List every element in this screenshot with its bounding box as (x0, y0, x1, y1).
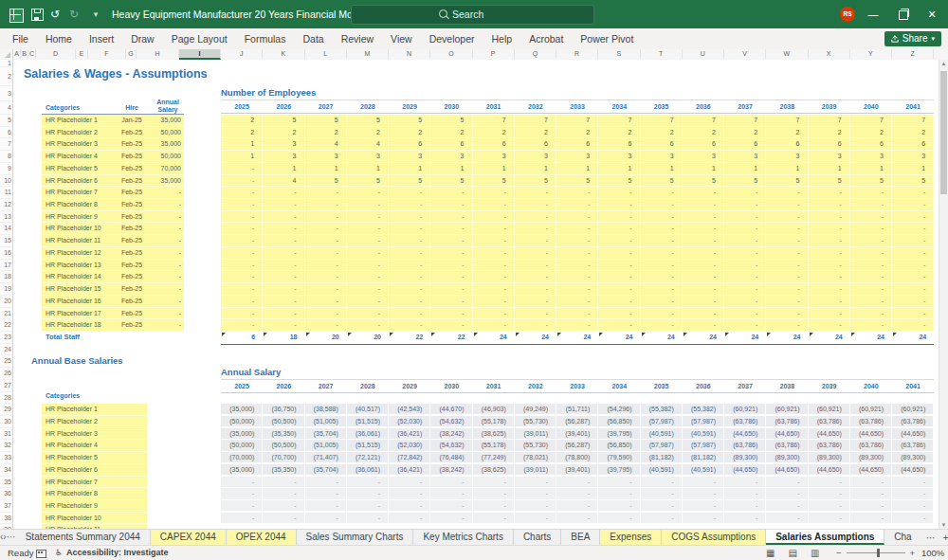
employee-count-cell[interactable]: - (389, 199, 430, 210)
year-header-cell[interactable]: 2035 (641, 381, 683, 392)
annual-salary-cell[interactable]: - (892, 513, 934, 523)
annual-salary-cell[interactable]: - (683, 500, 724, 511)
employee-count-cell[interactable]: - (347, 187, 389, 198)
employee-count-cell[interactable]: - (473, 260, 515, 271)
total-staff-cell[interactable]: 24 (766, 332, 808, 344)
year-header-cell[interactable]: 2040 (850, 101, 892, 113)
sheet-list-icon[interactable]: ⋯ (7, 530, 16, 545)
annual-salary-cell[interactable]: (38,588) (305, 404, 347, 414)
employee-count-cell[interactable]: - (347, 199, 389, 210)
annual-salary-cell[interactable]: - (766, 488, 808, 498)
employee-count-cell[interactable]: - (641, 223, 683, 234)
column-header-M[interactable]: M (347, 49, 389, 59)
total-staff-cell[interactable]: 24 (892, 332, 934, 344)
employee-count-cell[interactable]: 1 (347, 163, 389, 174)
employee-count-cell[interactable]: - (892, 235, 934, 246)
row-header-36[interactable]: 36 (0, 488, 11, 500)
total-staff-cell[interactable]: 24 (724, 332, 766, 344)
ribbon-tab-data[interactable]: Data (294, 28, 332, 49)
employee-count-cell[interactable]: 5 (556, 175, 598, 187)
column-header-Z[interactable]: Z (892, 49, 934, 59)
year-header-cell[interactable]: 2034 (598, 101, 640, 113)
staff-hire-cell[interactable]: Feb-25 (113, 247, 151, 260)
annual-salary-cell[interactable]: - (263, 477, 304, 487)
annual-salary-cell[interactable]: - (809, 513, 850, 523)
total-staff-cell[interactable]: 24 (515, 332, 556, 344)
employee-count-cell[interactable]: - (263, 308, 304, 319)
employee-count-cell[interactable]: - (809, 223, 850, 234)
save-icon[interactable] (31, 9, 44, 21)
employee-count-cell[interactable]: - (641, 187, 683, 198)
annual-salary-cell[interactable]: - (809, 500, 850, 511)
row-header-2[interactable]: 2 (0, 67, 11, 86)
employee-count-cell[interactable]: 3 (556, 151, 598, 162)
employee-count-cell[interactable]: - (473, 211, 515, 223)
total-staff-cell[interactable]: 24 (641, 332, 683, 344)
employee-count-cell[interactable]: 1 (850, 163, 892, 174)
staff-salary-cell[interactable]: - (179, 247, 181, 260)
row-header-25[interactable]: 25 (0, 355, 11, 368)
employee-count-cell[interactable]: 6 (892, 138, 934, 150)
annual-salary-cell[interactable]: - (263, 513, 304, 523)
employee-count-cell[interactable]: - (766, 247, 808, 259)
column-header-E[interactable]: E (76, 49, 88, 59)
employee-count-cell[interactable]: - (724, 223, 766, 234)
employee-count-cell[interactable]: - (809, 319, 850, 331)
column-header-B[interactable]: B (21, 49, 28, 59)
total-staff-cell[interactable]: 20 (305, 332, 347, 344)
annual-salary-cell[interactable]: (35,350) (263, 464, 304, 475)
total-staff-cell[interactable]: 24 (809, 332, 850, 344)
employee-count-cell[interactable]: - (556, 235, 598, 246)
annual-salary-cell[interactable]: (42,543) (389, 404, 430, 414)
annual-salary-cell[interactable]: (39,401) (556, 428, 598, 439)
year-header-cell[interactable]: 2040 (850, 381, 892, 392)
employee-count-cell[interactable]: 3 (683, 151, 724, 162)
column-header-S[interactable]: S (598, 49, 640, 59)
annual-salary-cell[interactable]: (40,591) (683, 428, 724, 439)
employee-count-cell[interactable]: 2 (347, 127, 389, 138)
employee-count-cell[interactable]: - (598, 260, 640, 271)
employee-count-cell[interactable]: 5 (515, 175, 556, 187)
view-page-break-icon[interactable]: ▥ (811, 546, 819, 560)
employee-count-cell[interactable]: - (515, 308, 556, 319)
employee-count-cell[interactable]: - (221, 223, 263, 234)
annual-salary-cell[interactable]: (63,786) (892, 440, 934, 450)
annual-salary-cell[interactable]: - (850, 500, 892, 511)
employee-count-cell[interactable]: - (389, 308, 430, 319)
employee-count-cell[interactable]: 3 (389, 151, 430, 162)
employee-count-cell[interactable]: - (515, 271, 556, 282)
staff-name-cell[interactable]: HR Placeholder 2 (46, 127, 98, 139)
staff-name-cell[interactable]: HR Placeholder 6 (46, 175, 98, 188)
employee-count-cell[interactable]: 6 (683, 138, 724, 150)
employee-count-cell[interactable]: - (850, 260, 892, 271)
annual-salary-cell[interactable]: (44,650) (724, 428, 766, 439)
employee-count-cell[interactable]: - (221, 319, 263, 331)
annual-salary-cell[interactable]: (54,632) (430, 416, 472, 426)
annual-salary-cell[interactable]: - (221, 488, 263, 498)
employee-count-cell[interactable]: - (556, 271, 598, 282)
employee-count-cell[interactable]: 5 (766, 175, 808, 187)
annual-salary-cell[interactable]: (63,786) (766, 416, 808, 426)
staff-salary-cell[interactable]: - (179, 319, 181, 332)
employee-count-cell[interactable]: 2 (724, 127, 766, 138)
employee-count-cell[interactable]: - (683, 187, 724, 198)
column-header-A[interactable]: A (13, 49, 21, 59)
employee-count-cell[interactable]: - (892, 187, 934, 198)
employee-count-cell[interactable]: - (221, 283, 263, 295)
annual-salary-cell[interactable]: (35,350) (263, 428, 304, 439)
staff-name-cell[interactable]: HR Placeholder 7 (46, 187, 98, 199)
macro-record-icon[interactable] (36, 550, 46, 558)
employee-count-cell[interactable]: - (850, 283, 892, 295)
employee-count-cell[interactable]: - (263, 271, 304, 282)
employee-count-cell[interactable]: 7 (556, 115, 598, 126)
select-all-corner[interactable] (0, 49, 13, 60)
employee-count-cell[interactable]: - (305, 319, 347, 331)
staff-hire-cell[interactable]: Feb-25 (113, 187, 151, 199)
column-header-W[interactable]: W (766, 49, 808, 59)
staff-name-cell[interactable]: HR Placeholder 1 (46, 115, 98, 127)
annual-salary-cell[interactable]: - (221, 500, 263, 511)
employee-count-cell[interactable]: - (221, 199, 263, 210)
employee-count-cell[interactable]: - (515, 247, 556, 259)
employee-count-cell[interactable]: 5 (389, 175, 430, 187)
staff-salary-cell[interactable]: - (179, 308, 181, 320)
